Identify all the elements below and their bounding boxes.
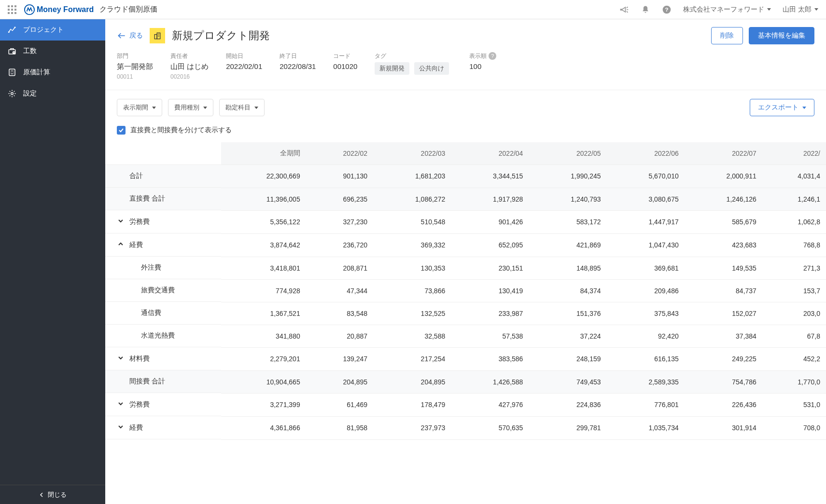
value-cell: 1,770,0 <box>762 370 826 393</box>
table-row: 水道光熱費341,88020,88732,58857,53837,22492,4… <box>105 325 826 347</box>
info-start: 開始日 2022/02/01 <box>226 52 262 80</box>
value-cell: 11,396,005 <box>221 188 306 210</box>
value-cell: 901,130 <box>306 165 373 188</box>
edit-button[interactable]: 基本情報を編集 <box>749 27 814 44</box>
row-name-cell: 直接費 合計 <box>105 188 221 210</box>
value-cell: 375,843 <box>607 302 685 325</box>
value-cell: 130,419 <box>451 279 529 302</box>
split-checkbox[interactable] <box>117 126 126 135</box>
row-label: 旅費交通費 <box>129 286 175 295</box>
value-cell: 423,683 <box>685 233 762 257</box>
company-dropdown[interactable]: 株式会社マネーフォワード <box>683 5 771 14</box>
row-name-cell: 水道光熱費 <box>105 325 221 347</box>
back-link[interactable]: 戻る <box>117 31 143 41</box>
tag-pill: 新規開発 <box>375 62 409 75</box>
value-cell: 203,0 <box>762 302 826 325</box>
check-icon <box>118 127 124 133</box>
collapse-label: 閉じる <box>48 490 67 499</box>
table-header-cell: 2022/05 <box>529 142 606 165</box>
value-cell: 132,525 <box>373 302 451 325</box>
table-row: 労務費3,271,39961,469178,479427,976224,8367… <box>105 393 826 416</box>
value-cell: 73,866 <box>373 279 451 302</box>
value-cell: 1,917,928 <box>451 188 529 210</box>
brand-text: Money Forward <box>37 5 94 14</box>
table-row: 旅費交通費774,92847,34473,866130,41984,374209… <box>105 279 826 302</box>
table-row: 外注費3,418,801208,871130,353230,151148,895… <box>105 257 826 279</box>
chevron-down-icon[interactable] <box>117 354 125 362</box>
filters-bar: 表示期間 費用種別 勘定科目 エクスポート <box>105 90 826 122</box>
value-cell: 774,928 <box>221 279 306 302</box>
value-cell: 327,230 <box>306 210 373 233</box>
chevron-up-icon[interactable] <box>117 240 125 248</box>
svg-text:?: ? <box>665 6 669 13</box>
apps-menu-icon[interactable] <box>8 5 16 14</box>
table-row: 通信費1,367,52183,548132,525233,987151,3763… <box>105 302 826 325</box>
value-cell: 271,3 <box>762 257 826 279</box>
row-name-cell: 合計 <box>105 165 221 188</box>
table-header-cell: 2022/02 <box>306 142 373 165</box>
table-header-cell: 2022/04 <box>451 142 529 165</box>
help-badge-icon[interactable]: ? <box>489 52 496 60</box>
user-dropdown[interactable]: 山田 太郎 <box>783 5 818 14</box>
brand-logo[interactable]: Money Forward クラウド個別原価 <box>24 4 157 15</box>
checkbox-label: 直接費と間接費を分けて表示する <box>130 126 232 135</box>
logo-mark-icon <box>24 4 35 15</box>
svg-rect-14 <box>157 33 160 39</box>
table-row: 間接費 合計10,904,665204,895204,8951,426,5887… <box>105 370 826 393</box>
delete-button[interactable]: 削除 <box>711 27 743 44</box>
value-cell: 233,987 <box>451 302 529 325</box>
help-icon[interactable]: ? <box>662 5 672 14</box>
table-header-cell <box>105 142 221 165</box>
table-row: 経費4,361,86681,958237,973570,635299,7811,… <box>105 416 826 439</box>
value-cell: 178,479 <box>373 393 451 416</box>
export-button[interactable]: エクスポート <box>750 99 814 116</box>
calc-icon <box>8 68 16 77</box>
value-cell: 249,225 <box>685 347 762 370</box>
chevron-down-icon[interactable] <box>117 423 125 431</box>
info-code: コード 001020 <box>333 52 357 80</box>
filter-type[interactable]: 費用種別 <box>168 99 213 116</box>
notification-icon[interactable] <box>641 5 650 14</box>
value-cell: 148,895 <box>529 257 606 279</box>
value-cell: 1,240,793 <box>529 188 606 210</box>
row-label: 経費 <box>129 241 143 249</box>
value-cell: 583,172 <box>529 210 606 233</box>
value-cell: 237,973 <box>373 416 451 439</box>
value-cell: 901,426 <box>451 210 529 233</box>
value-cell: 84,737 <box>685 279 762 302</box>
row-name-cell: 経費 <box>105 416 221 439</box>
table-row: 合計22,300,669901,1301,681,2033,344,5151,9… <box>105 165 826 188</box>
svg-point-12 <box>11 93 14 95</box>
table-header-cell: 2022/ <box>762 142 826 165</box>
sidebar-item-hours[interactable]: 工数 <box>0 41 105 62</box>
value-cell: 81,958 <box>306 416 373 439</box>
announcement-icon[interactable] <box>619 5 629 14</box>
sidebar-item-cost[interactable]: 原価計算 <box>0 62 105 83</box>
sidebar-item-project[interactable]: プロジェクト <box>0 19 105 41</box>
table-header-cell: 2022/07 <box>685 142 762 165</box>
value-cell: 230,151 <box>451 257 529 279</box>
filter-period[interactable]: 表示期間 <box>117 99 162 116</box>
chevron-down-icon[interactable] <box>117 217 125 225</box>
value-cell: 1,035,734 <box>607 416 685 439</box>
value-cell: 421,869 <box>529 233 606 257</box>
value-cell: 83,548 <box>306 302 373 325</box>
chevron-down-icon[interactable] <box>117 400 125 408</box>
row-name-cell: 労務費 <box>105 210 221 233</box>
table-header-cell: 全期間 <box>221 142 306 165</box>
value-cell: 22,300,669 <box>221 165 306 188</box>
value-cell: 92,420 <box>607 325 685 347</box>
value-cell: 3,271,399 <box>221 393 306 416</box>
filter-account[interactable]: 勘定科目 <box>219 99 265 116</box>
info-grid: 部門 第一開発部 00011 責任者 山田 はじめ 002016 開始日 202… <box>105 52 826 90</box>
table-header-row: 全期間2022/022022/032022/042022/052022/0620… <box>105 142 826 165</box>
value-cell: 204,895 <box>306 370 373 393</box>
cost-table-wrap[interactable]: 全期間2022/022022/032022/042022/052022/0620… <box>105 142 826 504</box>
value-cell: 5,670,010 <box>607 165 685 188</box>
value-cell: 696,235 <box>306 188 373 210</box>
sidebar: プロジェクト 工数 原価計算 設定 閉じる <box>0 19 105 504</box>
value-cell: 3,080,675 <box>607 188 685 210</box>
main-content: 戻る 新規プロダクト開発 削除 基本情報を編集 部門 第一開発部 00011 責… <box>105 19 826 504</box>
sidebar-collapse[interactable]: 閉じる <box>0 485 105 504</box>
sidebar-item-settings[interactable]: 設定 <box>0 83 105 104</box>
